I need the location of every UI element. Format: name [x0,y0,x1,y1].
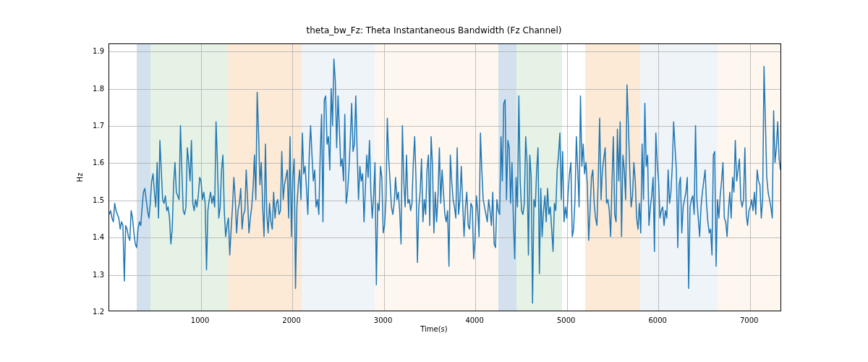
x-tick-label: 3000 [374,313,392,324]
y-tick-label: 1.7 [0,122,104,130]
figure: theta_bw_Fz: Theta Instantaneous Bandwid… [0,0,868,362]
plot-area [109,43,781,311]
y-tick-label: 1.8 [0,84,104,92]
x-tick-label: 4000 [465,313,483,324]
chart-title: theta_bw_Fz: Theta Instantaneous Bandwid… [0,25,868,35]
y-tick-label: 1.6 [0,159,104,167]
x-tick-label: 5000 [557,313,575,324]
x-tick-label: 7000 [740,313,758,324]
y-tick-label: 1.4 [0,233,104,241]
x-tick-label: 2000 [282,313,300,324]
y-tick-label: 1.5 [0,195,104,203]
y-axis-label: Hz [76,173,84,182]
x-tick-label: 6000 [648,313,666,324]
y-tick-label: 1.3 [0,270,104,278]
y-tick-label: 1.9 [0,47,104,55]
x-axis-label: Time(s) [0,325,868,333]
y-tick-label: 1.2 [0,308,104,316]
x-tick-label: 1000 [191,313,209,324]
line-series [109,44,780,311]
